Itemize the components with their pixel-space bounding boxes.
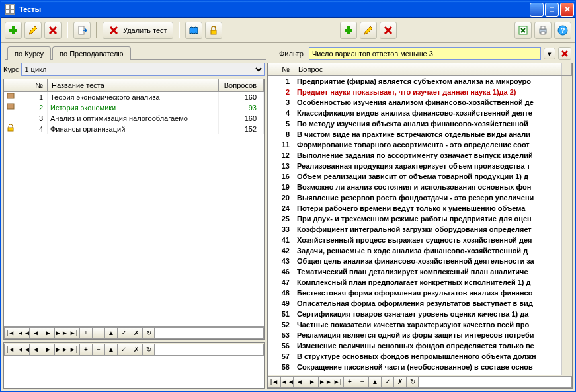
svg-rect-14 — [8, 128, 13, 131]
col-header-num[interactable]: № — [21, 79, 48, 91]
nav-button[interactable]: − — [92, 327, 105, 339]
col-header-question[interactable]: Вопрос — [294, 63, 561, 75]
minimize-button[interactable]: _ — [530, 3, 544, 17]
table-row[interactable]: 49Описательная форма оформления результа… — [268, 298, 561, 309]
table-row[interactable]: 42Задачи, решаемые в ходе анализа финанс… — [268, 245, 561, 256]
course-select[interactable]: 1 цикл — [21, 63, 265, 76]
table-row[interactable]: 2История экономики93 — [4, 102, 264, 113]
table-row[interactable]: 1Предприятие (фирма) является субъектом … — [268, 76, 561, 87]
table-row[interactable]: 19Возможно ли анализ состояния и использ… — [268, 182, 561, 192]
close-button[interactable]: ✕ — [560, 3, 574, 17]
table-row[interactable]: 16Объем реализации зависит от объема тов… — [268, 171, 561, 182]
table-row[interactable]: 52Частные показатели качества характериз… — [268, 319, 561, 330]
nav-button[interactable]: |◄ — [4, 327, 17, 339]
nav-button[interactable]: ◄◄ — [17, 327, 30, 339]
table-row[interactable]: 51Сертификация товаров означает уровень … — [268, 309, 561, 319]
nav-button[interactable]: ✓ — [381, 376, 394, 388]
nav-button[interactable]: ►► — [54, 344, 67, 356]
nav-button[interactable]: ◄◄ — [280, 376, 294, 388]
nav-button[interactable]: + — [79, 327, 93, 339]
nav-button[interactable]: ↻ — [142, 327, 155, 339]
table-row[interactable]: 56Изменение величины основных фондов опр… — [268, 340, 561, 351]
export-button[interactable] — [73, 22, 91, 39]
table-row[interactable]: 13Реализованная продукция характеризует … — [268, 161, 561, 171]
table-row[interactable]: 1Теория экономического анализа160 — [4, 92, 264, 102]
table-row[interactable]: 4Классификация видов анализа финансово-х… — [268, 108, 561, 118]
table-row[interactable]: 47Комплексный план предполагает конкретн… — [268, 277, 561, 288]
tab-by-course[interactable]: по Курсу — [7, 46, 51, 60]
print-button[interactable] — [534, 22, 552, 39]
table-row[interactable]: 25При двух- и трехсменном режиме работы … — [268, 214, 561, 224]
nav-button[interactable]: ►| — [67, 344, 80, 356]
table-row[interactable]: 46Тематический план детализирует комплек… — [268, 266, 561, 277]
excel-button[interactable] — [514, 22, 532, 39]
nav-button[interactable]: |◄ — [268, 376, 281, 388]
nav-button[interactable]: ►► — [318, 376, 331, 388]
col-header-qnum[interactable]: № — [268, 63, 294, 75]
table-row[interactable]: 8В чистом виде на практике встречаются о… — [268, 129, 561, 139]
delete-button[interactable] — [44, 22, 62, 39]
table-row[interactable]: 48Бестекстовая форма оформления результа… — [268, 288, 561, 298]
nav-button[interactable]: ▲ — [104, 344, 118, 356]
nav-button[interactable]: ◄◄ — [17, 344, 30, 356]
nav-button[interactable]: ► — [42, 344, 55, 356]
edit-button[interactable] — [24, 22, 42, 39]
table-row[interactable]: 24Потери рабочего времени ведут только к… — [268, 203, 561, 214]
table-row[interactable]: 53Рекламация является одной из форм защи… — [268, 330, 561, 340]
add-button[interactable] — [5, 22, 22, 39]
edit-question-button[interactable] — [360, 22, 377, 39]
nav-button[interactable]: − — [92, 344, 105, 356]
col-header-questions[interactable]: Вопросов — [219, 79, 264, 91]
nav-button[interactable]: ✗ — [393, 376, 407, 388]
nav-button[interactable]: ✓ — [117, 327, 130, 339]
table-row[interactable]: 11Формирование товарного ассортимента - … — [268, 139, 561, 150]
svg-text:?: ? — [561, 26, 565, 34]
nav-button[interactable]: ◄ — [29, 344, 42, 356]
delete-question-button[interactable] — [380, 22, 397, 39]
nav-button[interactable]: + — [79, 344, 93, 356]
details-panel: |◄◄◄◄►►►►|+−▲✓✗↻ — [3, 342, 265, 389]
book-button[interactable] — [185, 22, 202, 39]
nav-button[interactable]: ✗ — [130, 344, 143, 356]
nav-button[interactable]: ↻ — [406, 376, 419, 388]
table-row[interactable]: 57В структуре основных фондов непромышле… — [268, 351, 561, 362]
nav-button[interactable]: ▲ — [368, 376, 382, 388]
nav-button[interactable]: ► — [42, 327, 55, 339]
nav-button[interactable]: ✗ — [130, 327, 143, 339]
tab-by-teacher[interactable]: по Преподавателю — [52, 46, 131, 60]
nav-button[interactable]: |◄ — [4, 344, 17, 356]
nav-button[interactable]: ↻ — [142, 344, 155, 356]
lock-button[interactable] — [205, 22, 222, 39]
nav-button[interactable]: ✓ — [117, 344, 130, 356]
table-row[interactable]: 20Выявление резервов роста фондоотдачи -… — [268, 192, 561, 203]
nav-button[interactable]: ◄ — [293, 376, 306, 388]
vertical-scrollbar[interactable] — [561, 76, 572, 375]
nav-button[interactable]: − — [356, 376, 369, 388]
nav-button[interactable]: ► — [306, 376, 319, 388]
table-row[interactable]: 3Особенностью изучения анализом финансов… — [268, 97, 561, 108]
table-row[interactable]: 12Выполнение задания по ассортименту озн… — [268, 150, 561, 161]
maximize-button[interactable]: □ — [545, 3, 559, 17]
table-row[interactable]: 2Предмет науки показывает, что изучает д… — [268, 87, 561, 97]
table-row[interactable]: 41Хозяйственный процесс выражает сущност… — [268, 235, 561, 245]
table-row[interactable]: 4Финансы организаций152 — [4, 124, 264, 134]
table-row[interactable]: 5По методу изучения объекта анализ финан… — [268, 118, 561, 129]
row-icon — [4, 92, 21, 102]
filter-clear-button[interactable] — [558, 47, 571, 60]
table-row[interactable]: 58Сокращение пассивной части (необоснова… — [268, 362, 561, 372]
table-row[interactable]: 43Общая цель анализа финансово-хозяйстве… — [268, 256, 561, 266]
nav-button[interactable]: + — [343, 376, 356, 388]
col-header-name[interactable]: Название теста — [48, 79, 219, 91]
nav-button[interactable]: ◄ — [29, 327, 42, 339]
nav-button[interactable]: ▲ — [104, 327, 118, 339]
nav-button[interactable]: ►| — [331, 376, 344, 388]
delete-test-button[interactable]: Удалить тест — [103, 22, 173, 39]
table-row[interactable]: 33Коэффициент интегральной загрузки обор… — [268, 224, 561, 235]
add-question-button[interactable] — [340, 22, 357, 39]
nav-button[interactable]: ►► — [54, 327, 67, 339]
filter-input[interactable] — [309, 47, 541, 60]
filter-dropdown-button[interactable]: ▾ — [544, 48, 555, 59]
nav-button[interactable]: ►| — [67, 327, 80, 339]
help-button[interactable]: ? — [554, 22, 571, 39]
table-row[interactable]: 3Анализ и оптимизация налогооблагаемо160 — [4, 113, 264, 124]
